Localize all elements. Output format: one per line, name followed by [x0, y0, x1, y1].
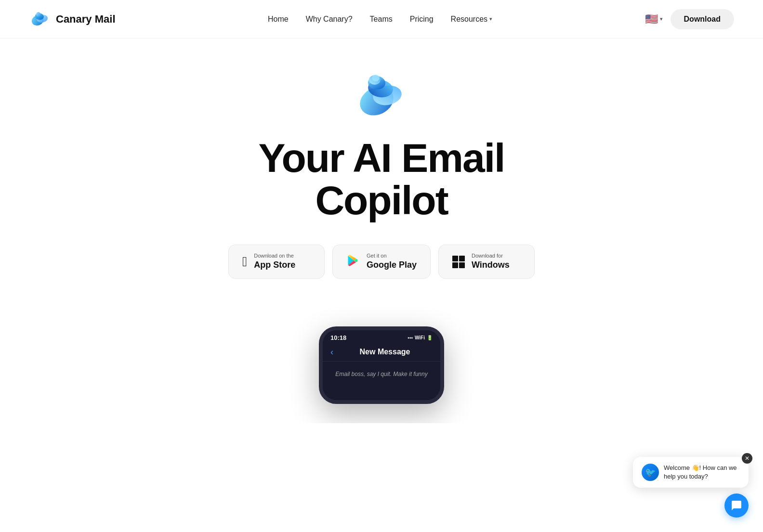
logo-link[interactable]: Canary Mail	[29, 8, 116, 30]
nav-pricing[interactable]: Pricing	[410, 15, 434, 23]
wifi-icon: WiFi	[415, 335, 425, 340]
nav-why-canary[interactable]: Why Canary?	[306, 15, 353, 23]
phone-status-bar: 10:18 ▪▪▪ WiFi 🔋	[323, 330, 440, 343]
app-store-button[interactable]:  Download on the App Store	[228, 245, 325, 279]
nav-home[interactable]: Home	[268, 15, 289, 23]
phone-message-header: ‹ New Message	[323, 343, 440, 362]
app-store-big-text: App Store	[254, 260, 295, 271]
play-store-icon	[346, 254, 360, 270]
windows-big-text: Windows	[472, 260, 510, 271]
language-selector[interactable]: 🇺🇸 ▾	[645, 13, 663, 26]
svg-point-3	[36, 12, 40, 16]
hero-title: Your AI Email Copilot	[259, 137, 505, 221]
flag-icon: 🇺🇸	[645, 13, 658, 26]
svg-point-9	[372, 75, 380, 81]
download-buttons-row:  Download on the App Store	[228, 245, 535, 279]
logo-icon	[29, 8, 51, 30]
battery-icon: 🔋	[427, 335, 433, 340]
windows-icon	[452, 256, 465, 268]
phone-status-icons: ▪▪▪ WiFi 🔋	[408, 335, 433, 340]
resources-chevron-icon: ▾	[489, 16, 492, 22]
nav-right: 🇺🇸 ▾ Download	[645, 9, 734, 29]
windows-download-button[interactable]: Download for Windows	[438, 245, 535, 279]
nav-resources-dropdown[interactable]: Resources ▾	[451, 15, 492, 24]
nav-download-button[interactable]: Download	[671, 9, 734, 29]
phone-mockup-area: 10:18 ▪▪▪ WiFi 🔋 ‹ New Message Email bos…	[10, 308, 753, 404]
google-play-button[interactable]: Get it on Google Play	[332, 245, 431, 279]
hero-logo-icon	[353, 67, 410, 125]
phone-content: Email boss, say I quit. Make it funny	[323, 362, 440, 400]
google-play-small-text: Get it on	[367, 253, 417, 259]
brand-name: Canary Mail	[56, 13, 116, 26]
windows-small-text: Download for	[472, 253, 510, 259]
hero-section: Your AI Email Copilot  Download on the …	[0, 39, 763, 423]
phone-back-icon[interactable]: ‹	[330, 347, 333, 357]
phone-email-preview: Email boss, say I quit. Make it funny	[335, 371, 427, 377]
signal-icon: ▪▪▪	[408, 335, 413, 340]
phone-time: 10:18	[330, 334, 346, 341]
phone-header-title: New Message	[337, 348, 433, 356]
apple-icon: 	[242, 255, 247, 269]
app-store-small-text: Download on the	[254, 253, 295, 259]
nav-links: Home Why Canary? Teams Pricing Resources…	[268, 15, 492, 24]
nav-teams[interactable]: Teams	[370, 15, 393, 23]
language-chevron-icon: ▾	[660, 16, 663, 22]
google-play-big-text: Google Play	[367, 260, 417, 271]
phone-mockup: 10:18 ▪▪▪ WiFi 🔋 ‹ New Message Email bos…	[319, 326, 444, 404]
navbar: Canary Mail Home Why Canary? Teams Prici…	[0, 0, 763, 39]
